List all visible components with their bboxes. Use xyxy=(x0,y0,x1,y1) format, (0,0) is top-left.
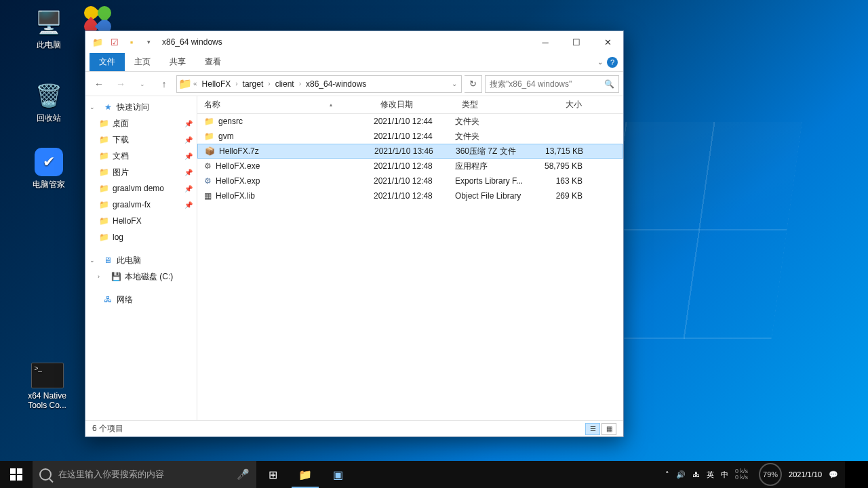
clock[interactable]: 2021/1/10 xyxy=(789,470,822,479)
column-header-date[interactable]: 修改日期 xyxy=(374,99,455,110)
nav-hellofx[interactable]: 📁HelloFX xyxy=(85,213,197,229)
file-row[interactable]: ▦HelloFX.lib2021/1/10 12:48Object File L… xyxy=(197,188,623,203)
start-button[interactable] xyxy=(0,461,33,488)
file-date: 2021/1/10 12:44 xyxy=(374,117,455,126)
ribbon-expand-icon[interactable]: ⌄ xyxy=(597,58,603,66)
task-view-button[interactable]: ⊞ xyxy=(256,461,289,488)
maximize-button[interactable]: ☐ xyxy=(561,31,592,53)
file-size: 58,795 KB xyxy=(536,161,591,171)
volume-icon[interactable]: 🔊 xyxy=(676,470,686,479)
folder-icon: 📁 xyxy=(98,184,110,193)
properties-icon[interactable]: ☑ xyxy=(108,35,121,49)
file-type: 应用程序 xyxy=(455,161,536,172)
nav-thispc[interactable]: ⌄ 🖥 此电脑 xyxy=(85,252,197,268)
nav-downloads[interactable]: 📁下载📌 xyxy=(85,131,197,148)
notifications-icon[interactable]: 💬 xyxy=(829,470,838,479)
taskbar-app[interactable]: ▣ xyxy=(321,461,354,488)
chevron-right-icon[interactable]: › xyxy=(267,80,271,87)
ribbon-tab-share[interactable]: 共享 xyxy=(160,53,195,71)
chevron-right-icon[interactable]: « xyxy=(192,80,199,87)
ribbon-tab-file[interactable]: 文件 xyxy=(90,53,125,71)
recent-dropdown[interactable]: ⌄ xyxy=(133,75,152,94)
qat-dropdown-icon[interactable]: ▾ xyxy=(142,35,155,49)
refresh-button[interactable]: ↻ xyxy=(465,75,482,93)
back-button[interactable]: ← xyxy=(90,75,108,94)
search-icon[interactable]: 🔍 xyxy=(604,79,614,89)
title-bar[interactable]: 📁 ☑ ▪ ▾ x86_64 windows ─ ☐ ✕ xyxy=(85,31,623,53)
nav-label: 图片 xyxy=(113,167,129,178)
file-row[interactable]: 📁gvm2021/1/10 12:44文件夹 xyxy=(197,129,623,144)
breadcrumb[interactable]: client xyxy=(272,76,298,92)
file-icon: ▦ xyxy=(204,191,212,201)
nav-pictures[interactable]: 📁图片📌 xyxy=(85,164,197,180)
address-bar[interactable]: 📁 « HelloFX › target › client › x86_64-w… xyxy=(176,75,462,93)
network-icon[interactable]: 🖧 xyxy=(692,470,700,479)
file-row[interactable]: ⚙HelloFX.exe2021/1/10 12:48应用程序58,795 KB xyxy=(197,159,623,174)
nav-documents[interactable]: 📁文档📌 xyxy=(85,148,197,164)
minimize-button[interactable]: ─ xyxy=(530,31,561,53)
folder-icon: 📁 xyxy=(98,135,110,144)
nav-graalvm-demo[interactable]: 📁graalvm demo📌 xyxy=(85,180,197,197)
file-row[interactable]: 📁gensrc2021/1/10 12:44文件夹 xyxy=(197,114,623,129)
folder-icon: 📁 xyxy=(98,200,110,209)
column-header-type[interactable]: 类型 xyxy=(455,99,536,110)
nav-label: 网络 xyxy=(117,294,133,306)
file-name: HelloFX.lib xyxy=(216,191,255,201)
forward-button[interactable]: → xyxy=(111,75,130,94)
file-size: 269 KB xyxy=(536,191,591,201)
network-speed: 0 k/s 0 k/s xyxy=(735,468,748,481)
nav-desktop[interactable]: 📁桌面📌 xyxy=(85,115,197,131)
search-input[interactable] xyxy=(490,79,604,89)
chevron-down-icon[interactable]: ⌄ xyxy=(452,80,460,87)
navigation-pane[interactable]: ⌄ ★ 快速访问 📁桌面📌 📁下载📌 📁文档📌 📁图片📌 📁graalvm de… xyxy=(85,96,197,420)
ribbon-tab-view[interactable]: 查看 xyxy=(195,53,231,71)
file-name: gensrc xyxy=(218,117,243,126)
desktop-icon-native-tools[interactable]: x64 Native Tools Co... xyxy=(22,363,73,410)
search-box[interactable]: 🔍 xyxy=(485,75,619,93)
breadcrumb[interactable]: target xyxy=(239,76,267,92)
nav-network[interactable]: › 🖧 网络 xyxy=(85,291,197,308)
nav-graalvm-fx[interactable]: 📁graalvm-fx📌 xyxy=(85,197,197,213)
nav-localdisk[interactable]: › 💾 本地磁盘 (C:) xyxy=(85,268,197,285)
window-title: x86_64 windows xyxy=(162,37,222,47)
file-row[interactable]: 📦HelloFX.7z2021/1/10 13:46360压缩 7Z 文件13,… xyxy=(197,144,623,159)
file-date: 2021/1/10 12:48 xyxy=(374,161,455,171)
chevron-right-icon[interactable]: › xyxy=(98,273,107,280)
chevron-right-icon[interactable]: › xyxy=(234,80,239,87)
desktop-icon-thispc[interactable]: 🖥️ 此电脑 xyxy=(23,8,74,51)
chevron-down-icon[interactable]: ⌄ xyxy=(90,257,99,264)
chevron-down-icon[interactable]: ⌄ xyxy=(90,104,99,110)
quick-access-toolbar: 📁 ☑ ▪ ▾ xyxy=(91,35,155,49)
breadcrumb[interactable]: x86_64-windows xyxy=(302,76,370,92)
nav-log[interactable]: 📁log xyxy=(85,229,197,245)
ime-indicator[interactable]: 中 xyxy=(721,470,728,480)
cpu-meter[interactable]: 79% xyxy=(759,463,782,486)
breadcrumb[interactable]: HelloFX xyxy=(199,76,235,92)
chevron-right-icon[interactable]: › xyxy=(298,80,302,87)
tray-chevron-up-icon[interactable]: ˄ xyxy=(665,470,669,479)
folder-small-icon[interactable]: ▪ xyxy=(125,35,138,49)
column-header-size[interactable]: 大小 xyxy=(536,99,591,110)
icons-view-button[interactable]: ▦ xyxy=(601,423,616,435)
taskbar-explorer[interactable]: 📁 xyxy=(289,461,321,488)
desktop-icon-recyclebin[interactable]: 🗑️ 回收站 xyxy=(23,81,74,124)
file-list[interactable]: 📁gensrc2021/1/10 12:44文件夹📁gvm2021/1/10 1… xyxy=(197,114,623,203)
desktop-icon-pc-manager[interactable]: ✔ 电脑管家 xyxy=(23,148,74,190)
ribbon-tab-home[interactable]: 主页 xyxy=(125,53,160,71)
terminal-icon xyxy=(31,363,64,388)
close-button[interactable]: ✕ xyxy=(592,31,623,53)
pin-icon: 📌 xyxy=(184,120,193,127)
details-view-button[interactable]: ☰ xyxy=(585,423,600,435)
file-row[interactable]: ⚙HelloFX.exp2021/1/10 12:48Exports Libra… xyxy=(197,174,623,188)
help-icon[interactable]: ? xyxy=(607,57,618,68)
taskbar-search[interactable]: 在这里输入你要搜索的内容 🎤 xyxy=(33,461,256,488)
nav-quick-access[interactable]: ⌄ ★ 快速访问 xyxy=(85,99,197,115)
computer-icon: 🖥 xyxy=(102,256,114,265)
column-header-name[interactable]: 名称▴ xyxy=(197,99,374,110)
microphone-icon[interactable]: 🎤 xyxy=(237,468,250,481)
file-list-pane: 名称▴ 修改日期 类型 大小 📁gensrc2021/1/10 12:44文件夹… xyxy=(197,96,623,420)
up-button[interactable]: ↑ xyxy=(155,75,174,94)
ime-indicator[interactable]: 英 xyxy=(707,470,714,480)
file-type: 文件夹 xyxy=(455,131,536,142)
folder-icon: 📁 xyxy=(98,167,110,177)
